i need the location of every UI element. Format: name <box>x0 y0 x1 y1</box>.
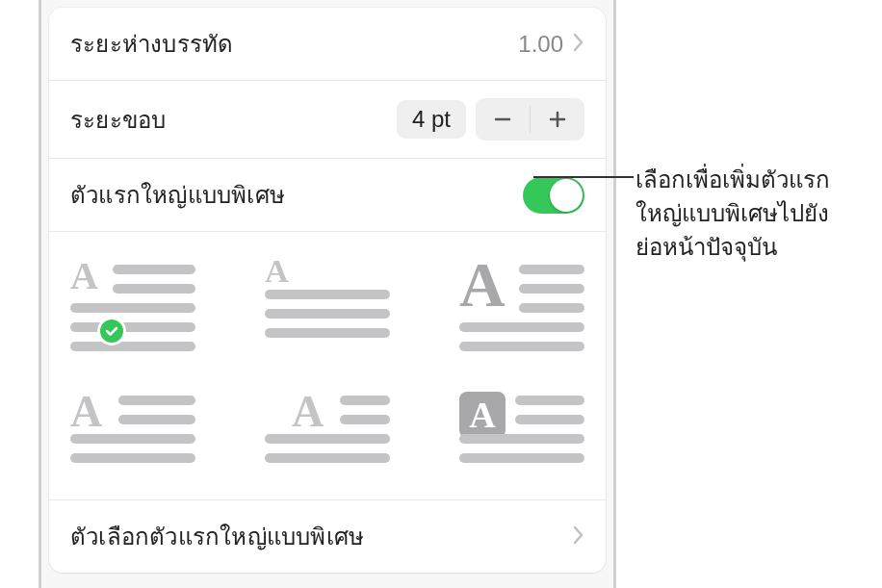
drop-cap-style-4[interactable]: A <box>70 386 195 473</box>
text-lines-icon <box>70 396 195 463</box>
toggle-knob <box>550 179 583 212</box>
chevron-right-icon <box>573 33 584 56</box>
text-lines-icon <box>459 265 584 351</box>
letter-a-icon: A <box>265 255 289 288</box>
text-lines-icon <box>459 396 584 463</box>
drop-cap-options-label: ตัวเลือกตัวแรกใหญ่แบบพิเศษ <box>70 518 364 555</box>
callout-line-1: เลือกเพื่อเพิ่มตัวแรก <box>636 164 882 197</box>
drop-cap-style-5[interactable]: A <box>265 386 390 473</box>
callout-leader-line <box>533 176 634 178</box>
drop-cap-style-2[interactable]: A <box>265 259 390 345</box>
margin-increase-button[interactable] <box>531 98 584 141</box>
drop-cap-style-1[interactable]: A <box>70 259 195 345</box>
settings-panel: ระยะห่างบรรทัด 1.00 ระยะขอบ 4 pt <box>49 8 606 573</box>
text-lines-icon <box>265 396 390 463</box>
line-spacing-row[interactable]: ระยะห่างบรรทัด 1.00 <box>49 8 606 81</box>
callout-text: เลือกเพื่อเพิ่มตัวแรก ใหญ่แบบพิเศษไปยัง … <box>636 164 882 264</box>
chevron-right-icon <box>573 525 584 549</box>
margin-row: ระยะขอบ 4 pt <box>49 81 606 159</box>
drop-cap-toggle[interactable] <box>523 177 584 214</box>
drop-cap-options-row[interactable]: ตัวเลือกตัวแรกใหญ่แบบพิเศษ <box>49 500 606 573</box>
text-lines-icon <box>265 290 390 338</box>
drop-cap-styles-grid: A A A A <box>49 232 606 500</box>
drop-cap-style-3[interactable]: A <box>459 259 584 345</box>
settings-frame: ระยะห่างบรรทัด 1.00 ระยะขอบ 4 pt <box>39 0 616 588</box>
margin-controls: 4 pt <box>397 98 584 141</box>
drop-cap-label: ตัวแรกใหญ่แบบพิเศษ <box>70 176 285 214</box>
callout-line-2: ใหญ่แบบพิเศษไปยัง <box>636 197 882 231</box>
checkmark-icon <box>97 317 126 345</box>
line-spacing-value-group: 1.00 <box>518 31 584 58</box>
line-spacing-label: ระยะห่างบรรทัด <box>70 25 233 63</box>
drop-cap-row: ตัวแรกใหญ่แบบพิเศษ <box>49 159 606 232</box>
callout-line-3: ย่อหน้าปัจจุบัน <box>636 231 882 265</box>
margin-decrease-button[interactable] <box>476 98 530 141</box>
drop-cap-style-6[interactable]: A <box>459 386 584 473</box>
text-lines-icon <box>70 265 195 351</box>
margin-value[interactable]: 4 pt <box>397 100 466 139</box>
margin-stepper <box>476 98 584 141</box>
margin-label: ระยะขอบ <box>70 101 166 139</box>
line-spacing-value: 1.00 <box>518 31 563 58</box>
